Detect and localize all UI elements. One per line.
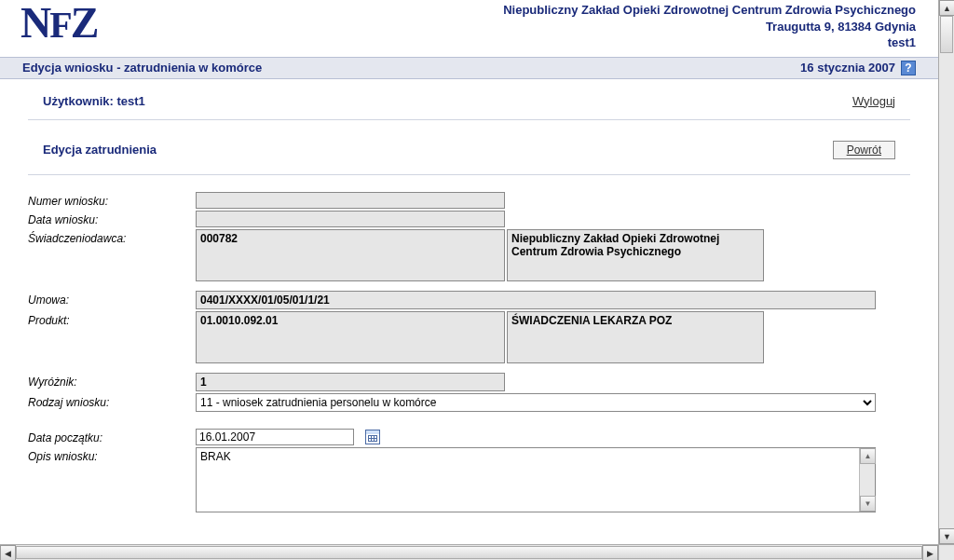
label-data-wniosku: Data wniosku:: [28, 211, 196, 227]
label-rodzaj-wniosku: Rodzaj wniosku:: [28, 393, 196, 412]
scroll-left-icon[interactable]: ◀: [0, 545, 16, 560]
label-swiadczeniodawca: Świadczeniodawca:: [28, 229, 196, 281]
scroll-thumb[interactable]: [940, 16, 953, 53]
field-produkt-name: ŚWIADCZENIA LEKARZA POZ: [507, 311, 764, 363]
org-address: Traugutta 9, 81384 Gdynia: [503, 19, 916, 35]
label-produkt: Produkt:: [28, 311, 196, 363]
page-title: Edycja wniosku - zatrudnienia w komórce: [22, 61, 262, 75]
titlebar: Edycja wniosku - zatrudnienia w komórce …: [0, 57, 938, 79]
org-user: test1: [503, 34, 916, 51]
scroll-down-icon[interactable]: ▼: [939, 528, 954, 544]
help-icon[interactable]: ?: [901, 61, 916, 75]
label-data-poczatku: Data początku:: [28, 429, 196, 445]
field-swiadczeniodawca-name: Niepubliczny Zakład Opieki Zdrowotnej Ce…: [507, 229, 764, 281]
textarea-opis-wniosku[interactable]: BRAK ▲ ▼: [196, 447, 876, 512]
section-heading: Edycja zatrudnienia: [43, 143, 157, 157]
field-numer-wniosku: [196, 192, 505, 209]
field-data-wniosku: [196, 211, 505, 227]
scroll-up-icon[interactable]: ▲: [860, 448, 876, 464]
nfz-logo: NFZ: [20, 4, 97, 42]
app-viewport: NFZ Niepubliczny Zakład Opieki Zdrowotne…: [0, 0, 938, 544]
app-header: NFZ Niepubliczny Zakład Opieki Zdrowotne…: [0, 0, 938, 57]
employment-form: Numer wniosku: Data wniosku: Świadczenio…: [28, 192, 910, 512]
content-area: Użytkownik: test1 Wyloguj Edycja zatrudn…: [0, 79, 938, 512]
textarea-scrollbar[interactable]: ▲ ▼: [859, 448, 875, 512]
label-umowa: Umowa:: [28, 291, 196, 309]
select-rodzaj-wniosku[interactable]: 11 - wniosek zatrudnienia personelu w ko…: [196, 393, 876, 412]
field-wyroznik: 1: [196, 373, 505, 391]
scroll-up-icon[interactable]: ▲: [939, 0, 954, 16]
header-org-block: Niepubliczny Zakład Opieki Zdrowotnej Ce…: [503, 2, 916, 51]
return-button[interactable]: Powrót: [833, 141, 895, 159]
user-bar: Użytkownik: test1 Wyloguj: [28, 89, 910, 117]
window-horizontal-scrollbar[interactable]: ◀ ▶: [0, 544, 938, 560]
input-data-poczatku[interactable]: [196, 429, 354, 445]
field-swiadczeniodawca-code: 000782: [196, 229, 505, 281]
section-header: Edycja zatrudnienia Powrót: [28, 128, 910, 172]
scrollbar-corner: [938, 544, 954, 560]
window-vertical-scrollbar[interactable]: ▲ ▼: [938, 0, 954, 544]
user-label: Użytkownik: test1: [43, 94, 145, 108]
separator: [28, 119, 910, 120]
scroll-thumb[interactable]: [16, 546, 922, 559]
label-opis-wniosku: Opis wniosku:: [28, 447, 196, 512]
separator: [28, 174, 910, 175]
scroll-down-icon[interactable]: ▼: [860, 496, 876, 512]
org-name: Niepubliczny Zakład Opieki Zdrowotnej Ce…: [503, 2, 916, 19]
logout-link[interactable]: Wyloguj: [852, 94, 895, 108]
label-numer-wniosku: Numer wniosku:: [28, 192, 196, 209]
calendar-icon[interactable]: [365, 430, 380, 444]
field-produkt-code: 01.0010.092.01: [196, 311, 505, 363]
scroll-right-icon[interactable]: ▶: [922, 545, 938, 560]
field-umowa: 0401/XXXX/01/05/01/1/21: [196, 291, 876, 309]
current-date: 16 stycznia 2007: [800, 61, 895, 75]
label-wyroznik: Wyróżnik:: [28, 373, 196, 391]
textarea-opis-content: BRAK: [197, 448, 859, 512]
